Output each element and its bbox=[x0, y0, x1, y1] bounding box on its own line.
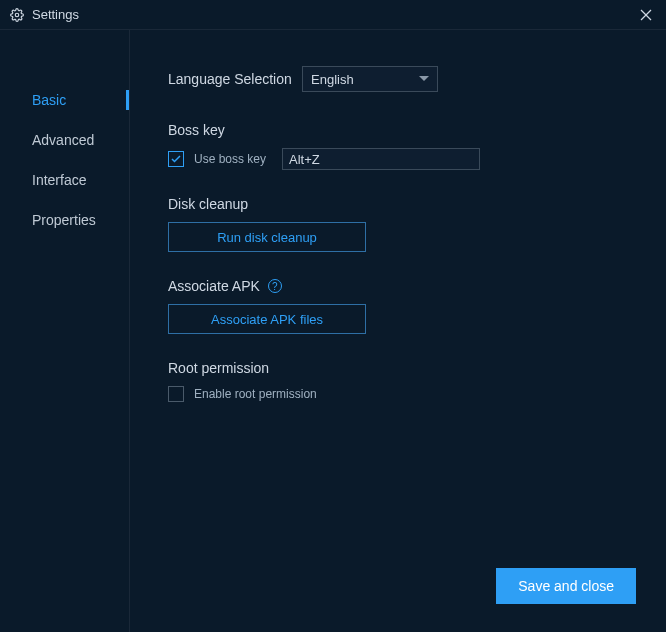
button-label: Save and close bbox=[518, 578, 614, 594]
svg-point-0 bbox=[15, 13, 19, 17]
language-dropdown[interactable]: English bbox=[302, 66, 438, 92]
language-row: Language Selection English bbox=[168, 66, 636, 92]
sidebar-item-interface[interactable]: Interface bbox=[0, 160, 129, 200]
help-icon[interactable]: ? bbox=[268, 279, 282, 293]
root-checkbox-label: Enable root permission bbox=[194, 387, 317, 401]
gear-icon bbox=[10, 8, 24, 22]
sidebar-item-properties[interactable]: Properties bbox=[0, 200, 129, 240]
apk-title-row: Associate APK ? bbox=[168, 278, 636, 294]
associate-apk-button[interactable]: Associate APK files bbox=[168, 304, 366, 334]
root-checkbox[interactable] bbox=[168, 386, 184, 402]
bosskey-checkbox[interactable] bbox=[168, 151, 184, 167]
chevron-down-icon bbox=[419, 76, 429, 82]
sidebar-item-label: Basic bbox=[32, 92, 66, 108]
run-disk-cleanup-button[interactable]: Run disk cleanup bbox=[168, 222, 366, 252]
button-label: Run disk cleanup bbox=[217, 230, 317, 245]
bosskey-shortcut-input[interactable] bbox=[282, 148, 480, 170]
sidebar-item-label: Properties bbox=[32, 212, 96, 228]
language-value: English bbox=[311, 72, 354, 87]
close-button[interactable] bbox=[636, 5, 656, 25]
root-title: Root permission bbox=[168, 360, 636, 376]
sidebar: Basic Advanced Interface Properties bbox=[0, 30, 130, 632]
bosskey-row: Use boss key bbox=[168, 148, 636, 170]
check-icon bbox=[171, 155, 181, 163]
sidebar-item-label: Interface bbox=[32, 172, 86, 188]
root-row: Enable root permission bbox=[168, 386, 636, 402]
main-panel: Language Selection English Boss key Use … bbox=[130, 30, 666, 632]
bosskey-checkbox-label: Use boss key bbox=[194, 152, 266, 166]
sidebar-item-basic[interactable]: Basic bbox=[0, 80, 129, 120]
sidebar-item-advanced[interactable]: Advanced bbox=[0, 120, 129, 160]
window-title: Settings bbox=[32, 7, 636, 22]
titlebar: Settings bbox=[0, 0, 666, 30]
language-label: Language Selection bbox=[168, 71, 302, 87]
save-and-close-button[interactable]: Save and close bbox=[496, 568, 636, 604]
disk-title: Disk cleanup bbox=[168, 196, 636, 212]
button-label: Associate APK files bbox=[211, 312, 323, 327]
sidebar-item-label: Advanced bbox=[32, 132, 94, 148]
bosskey-title: Boss key bbox=[168, 122, 636, 138]
content-area: Basic Advanced Interface Properties Lang… bbox=[0, 30, 666, 632]
close-icon bbox=[640, 9, 652, 21]
apk-title: Associate APK bbox=[168, 278, 260, 294]
